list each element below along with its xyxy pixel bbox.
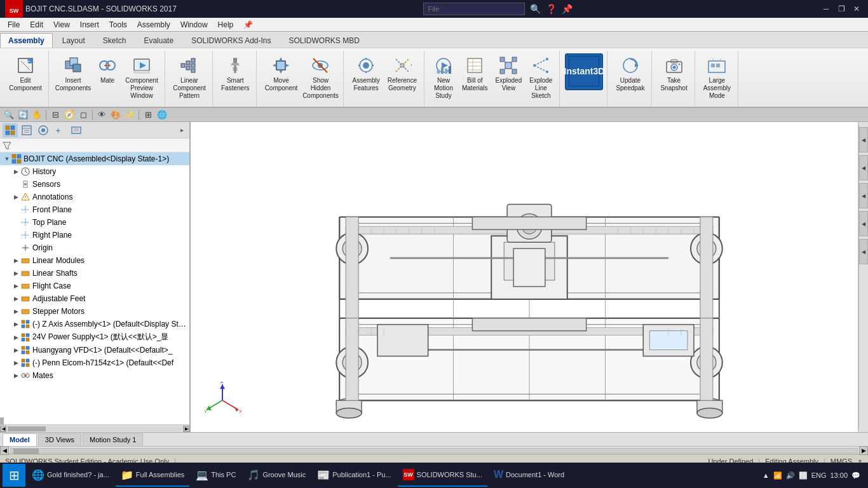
- menu-tools[interactable]: Tools: [104, 18, 132, 32]
- tree-item-sensors[interactable]: Sensors: [0, 178, 189, 191]
- start-button[interactable]: ⊞: [3, 464, 25, 487]
- tab-layout[interactable]: Layout: [54, 33, 93, 48]
- toolbar-hide-show-icon[interactable]: 👁: [95, 109, 108, 121]
- scroll-thumb[interactable]: [13, 449, 39, 454]
- expand-arrow-flight-case[interactable]: ▶: [11, 283, 20, 289]
- tray-language[interactable]: ENG: [811, 471, 827, 479]
- scroll-right-button[interactable]: ▶: [859, 446, 868, 455]
- expand-arrow-power-supply[interactable]: ▶: [11, 334, 20, 341]
- right-panel-btn-5[interactable]: ◀: [859, 239, 868, 264]
- tree-item-huangyang[interactable]: ▶ Huangyang VFD<1> (Default<<Default>_: [0, 344, 189, 356]
- toolbar-rotate-icon[interactable]: 🔄: [17, 109, 29, 121]
- minimize-button[interactable]: ─: [820, 3, 832, 15]
- reference-geometry-button[interactable]: ▼ ReferenceGeometry: [384, 53, 420, 94]
- ft-tab-display-manager[interactable]: [69, 123, 84, 137]
- tree-item-flight-case[interactable]: ▶ Flight Case: [0, 280, 189, 292]
- close-button[interactable]: ✕: [850, 3, 863, 15]
- expand-arrow-history[interactable]: ▶: [11, 168, 20, 175]
- instant3d-button[interactable]: Instant3D: [565, 53, 603, 90]
- tree-h-scrollbar[interactable]: ◀ ▶: [0, 424, 189, 432]
- ft-tab-property-manager[interactable]: [19, 123, 34, 137]
- move-component-button[interactable]: MoveComponent: [262, 53, 300, 94]
- horizontal-scrollbar[interactable]: ◀ ▶: [0, 446, 868, 454]
- toolbar-pan-icon[interactable]: ✋: [31, 109, 43, 121]
- tree-item-origin[interactable]: Origin: [0, 241, 189, 254]
- tree-item-right-plane[interactable]: Right Plane: [0, 229, 189, 241]
- mate-button[interactable]: Mate: [93, 53, 121, 86]
- tree-item-root[interactable]: ▼ BOJIT CNC (Assembled<Display State-1>): [0, 152, 189, 165]
- exploded-view-button[interactable]: ExplodedView: [492, 53, 526, 94]
- tray-network-icon[interactable]: 📶: [773, 471, 782, 480]
- panel-resize-handle[interactable]: ⋮: [0, 417, 4, 424]
- menu-view[interactable]: View: [48, 18, 75, 32]
- ft-tab-feature-manager[interactable]: [3, 123, 18, 137]
- tree-item-stepper-motors[interactable]: ▶ Stepper Motors: [0, 305, 189, 318]
- right-panel-btn-3[interactable]: ◀: [859, 183, 868, 208]
- scroll-left-button[interactable]: ◀: [0, 446, 9, 455]
- expand-arrow-linear-modules[interactable]: ▶: [11, 257, 20, 264]
- tree-item-adjustable-feet[interactable]: ▶ Adjustable Feet: [0, 292, 189, 305]
- toolbar-grid-icon[interactable]: ⊞: [142, 109, 154, 121]
- taskbar-explorer[interactable]: 📁 Full Assemblies: [116, 464, 189, 487]
- tab-motion-study-1[interactable]: Motion Study 1: [83, 433, 143, 446]
- tree-item-front-plane[interactable]: Front Plane: [0, 203, 189, 216]
- pin-icon[interactable]: 📌: [562, 4, 573, 14]
- assembly-features-button[interactable]: ▼ AssemblyFeatures: [349, 53, 383, 94]
- toolbar-zoom-icon[interactable]: 🔍: [3, 109, 15, 121]
- component-preview-button[interactable]: ComponentPreviewWindow: [123, 53, 161, 102]
- expand-arrow-root[interactable]: ▼: [3, 156, 11, 162]
- insert-components-button[interactable]: InsertComponents: [54, 53, 92, 94]
- right-panel-btn-4[interactable]: ◀: [859, 211, 868, 236]
- tree-item-linear-modules[interactable]: ▶ Linear Modules: [0, 254, 189, 267]
- toolbar-section-icon[interactable]: ⊟: [49, 109, 62, 121]
- tree-item-mates[interactable]: ▶ Mates: [0, 369, 189, 382]
- expand-arrow-stepper-motors[interactable]: ▶: [11, 308, 20, 315]
- menu-edit[interactable]: Edit: [25, 18, 48, 32]
- tray-time[interactable]: 13:00: [830, 471, 848, 479]
- scroll-track[interactable]: [10, 448, 858, 453]
- search-commands-input[interactable]: [423, 3, 525, 15]
- tree-item-top-plane[interactable]: Top Plane: [0, 216, 189, 229]
- tab-assembly[interactable]: Assembly: [0, 33, 53, 48]
- toolbar-appearance-icon[interactable]: 🎨: [109, 109, 122, 121]
- menu-window[interactable]: Window: [175, 18, 213, 32]
- tab-sketch[interactable]: Sketch: [95, 33, 135, 48]
- tree-item-power-supply[interactable]: ▶ 24V Power Supply<1> (默认<<默认>_显: [0, 330, 189, 344]
- linear-component-button[interactable]: LinearComponentPattern: [170, 53, 208, 102]
- tray-notification-icon[interactable]: 💬: [851, 471, 860, 480]
- expand-arrow-annotations[interactable]: ▶: [11, 194, 20, 200]
- right-panel-btn-2[interactable]: ◀: [859, 155, 868, 180]
- expand-arrow-huangyang[interactable]: ▶: [11, 347, 20, 353]
- tray-volume-icon[interactable]: 🔊: [786, 471, 795, 480]
- tab-evaluate[interactable]: Evaluate: [135, 33, 182, 48]
- large-assembly-button[interactable]: LargeAssemblyMode: [700, 53, 734, 102]
- taskbar-chrome[interactable]: 🌐 Gold finished? - ja...: [27, 464, 114, 487]
- toolbar-scenes-icon[interactable]: 🌐: [156, 109, 168, 121]
- taskbar-word[interactable]: W Document1 - Word: [489, 464, 569, 487]
- menu-assembly[interactable]: Assembly: [132, 18, 175, 32]
- expand-arrow-mates[interactable]: ▶: [11, 372, 20, 379]
- tree-item-z-axis[interactable]: ▶ (-) Z Axis Assembly<1> (Default<Displa…: [0, 318, 189, 330]
- tab-3d-views[interactable]: 3D Views: [38, 433, 81, 446]
- menu-insert[interactable]: Insert: [75, 18, 104, 32]
- right-panel-btn-1[interactable]: ◀: [859, 127, 868, 152]
- ft-tab-dimxpert[interactable]: +: [52, 123, 67, 137]
- taskbar-solidworks[interactable]: SW SOLIDWORKS Stu...: [398, 464, 487, 487]
- expand-arrow-linear-shafts[interactable]: ▶: [11, 270, 20, 276]
- toolbar-display-style-icon[interactable]: ◻: [77, 109, 90, 121]
- expand-arrow-penn-elcom[interactable]: ▶: [11, 360, 20, 366]
- tree-scroll-right[interactable]: ▶: [183, 426, 189, 432]
- tab-solidworks-mbd[interactable]: SOLIDWORKS MBD: [281, 33, 368, 48]
- toolbar-view-orientation-icon[interactable]: 🧭: [63, 109, 76, 121]
- tray-expand-icon[interactable]: ▲: [763, 471, 770, 479]
- expand-arrow-adjustable-feet[interactable]: ▶: [11, 295, 20, 302]
- menu-file[interactable]: File: [3, 18, 25, 32]
- expand-arrow-z-axis[interactable]: ▶: [11, 321, 20, 327]
- take-snapshot-button[interactable]: TakeSnapshot: [657, 53, 690, 94]
- taskbar-groove[interactable]: 🎵 Groove Music: [242, 464, 311, 487]
- tree-item-history[interactable]: ▶ History: [0, 165, 189, 178]
- show-hidden-button[interactable]: ShowHiddenComponents: [301, 53, 339, 102]
- menu-help[interactable]: Help: [213, 18, 239, 32]
- tree-item-linear-shafts[interactable]: ▶ Linear Shafts: [0, 267, 189, 280]
- help-icon[interactable]: ❓: [546, 4, 557, 14]
